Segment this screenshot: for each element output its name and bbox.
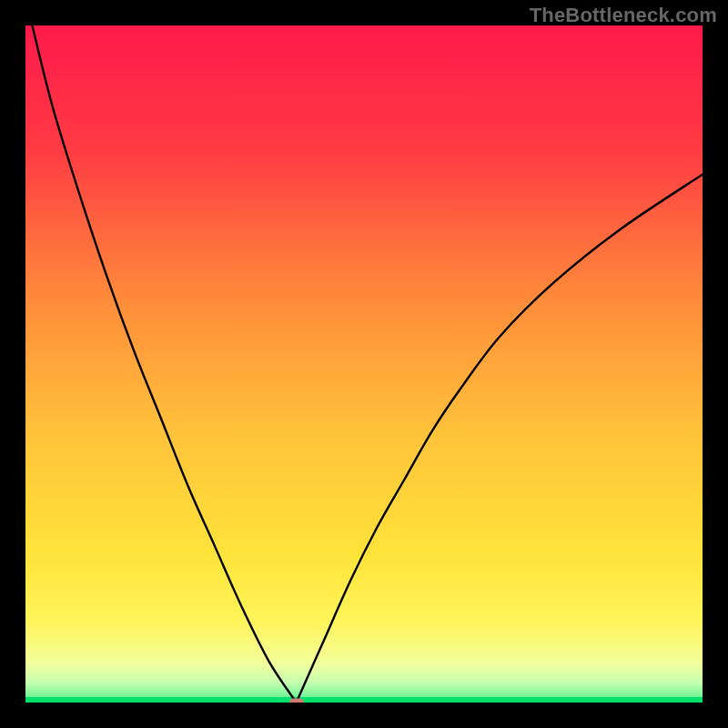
watermark-text: TheBottleneck.com — [530, 4, 717, 27]
optimal-point-marker — [289, 699, 304, 703]
bottleneck-curve — [25, 25, 703, 703]
plot-area — [25, 25, 703, 703]
chart-frame: TheBottleneck.com — [0, 0, 728, 728]
